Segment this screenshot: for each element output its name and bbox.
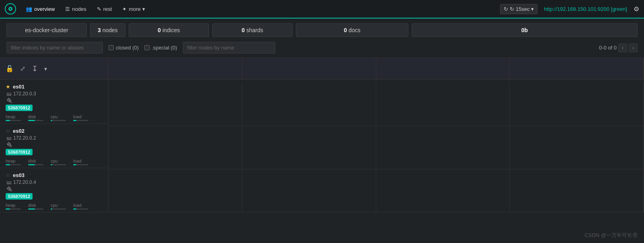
nodes-label: nodes xyxy=(103,27,118,33)
db-icon: 🖴 xyxy=(6,135,11,141)
app-logo[interactable] xyxy=(5,3,16,14)
metric-heap: heap xyxy=(6,114,21,121)
settings-button[interactable]: ⚙ xyxy=(634,5,639,13)
index-cell-2-1 xyxy=(109,126,242,169)
closed-checkbox[interactable] xyxy=(109,45,114,50)
pagination-prev-button[interactable]: ‹ xyxy=(618,43,627,52)
index-col-header-1 xyxy=(109,58,242,80)
pagination-next-button[interactable]: › xyxy=(629,43,638,52)
node-star-icon[interactable]: ☆ xyxy=(6,172,10,178)
node-id-badge-container: 536870912 xyxy=(6,149,103,157)
metric-disk-bar-fill xyxy=(28,120,35,121)
node-id-badge: 536870912 xyxy=(6,149,33,155)
metric-load-bar-bg xyxy=(73,208,88,210)
metric-heap: heap xyxy=(6,159,21,165)
node-ip: 172.20.0.2 xyxy=(13,135,36,141)
plug-icon: 🔌 xyxy=(6,142,12,148)
node-name-row: ☆ es02 xyxy=(6,128,103,134)
index-cell-3-1 xyxy=(109,169,242,213)
refresh-button[interactable]: ↻ ↻ 15sec ▾ xyxy=(500,4,537,14)
metric-disk-bar-fill xyxy=(28,208,35,210)
svg-point-2 xyxy=(10,8,11,10)
node-row: ☆ es03 🖴 172.20.0.4 🔌 536870912 heap xyxy=(0,168,108,212)
node-star-icon[interactable]: ☆ xyxy=(6,128,10,134)
node-name-label: es03 xyxy=(13,172,25,178)
sort-az-icon[interactable]: ↧ xyxy=(32,64,38,73)
nav-nodes[interactable]: ☰ nodes xyxy=(61,4,90,14)
refresh-icon: ↻ xyxy=(504,6,508,12)
metric-load-bar-fill xyxy=(73,164,76,165)
special-checkbox[interactable] xyxy=(144,45,150,50)
size-card: 0b xyxy=(412,23,638,37)
plug-icon: 🔌 xyxy=(6,186,12,192)
summary-bar: es-docker-cluster 3 nodes 0 indices 0 sh… xyxy=(0,19,644,42)
index-cell-2-2 xyxy=(242,126,376,169)
expand-icon[interactable]: ⤢ xyxy=(20,65,25,72)
metric-cpu: cpu xyxy=(51,114,66,121)
indices-label: indices xyxy=(162,27,180,33)
node-column: 🔓 ⤢ ↧ ▾ ★ es01 🖴 172.20.0.3 🔌 536870912 xyxy=(0,58,109,212)
size-value: 0b xyxy=(521,27,528,33)
index-cell-3-2 xyxy=(242,169,376,213)
cluster-url: http://192.168.150.101:9200 [green] xyxy=(544,6,627,12)
nav-left: 👥 overview ☰ nodes ✎ rest ✦ more ▾ xyxy=(5,3,500,14)
shards-card: 0 shards xyxy=(212,23,293,37)
metric-heap: heap xyxy=(6,203,21,210)
node-plug-row: 🔌 xyxy=(6,98,103,103)
metric-disk-label: disk xyxy=(28,159,36,163)
lock-icon[interactable]: 🔓 xyxy=(6,65,14,72)
metric-heap-bar-fill xyxy=(6,208,10,210)
metric-cpu-bar-bg xyxy=(51,120,66,121)
metric-disk-bar-bg xyxy=(28,164,43,165)
closed-checkbox-label[interactable]: closed (0) xyxy=(109,45,139,51)
metric-disk-label: disk xyxy=(28,203,36,208)
index-cell-3-3 xyxy=(376,169,510,213)
nodes-filter-input[interactable] xyxy=(183,42,275,54)
nav-more[interactable]: ✦ more ▾ xyxy=(118,4,149,14)
node-name-row: ★ es01 xyxy=(6,84,103,90)
top-navigation: 👥 overview ☰ nodes ✎ rest ✦ more ▾ ↻ ↻ 1… xyxy=(0,0,644,19)
cluster-name-value: es-docker-cluster xyxy=(25,27,68,33)
main-table: 🔓 ⤢ ↧ ▾ ★ es01 🖴 172.20.0.3 🔌 536870912 xyxy=(0,58,644,212)
metric-load-label: load xyxy=(73,203,82,208)
metric-heap-bar-bg xyxy=(6,208,21,210)
node-ip-row: 🖴 172.20.0.3 xyxy=(6,91,103,97)
pagination-info: 0-0 of 0 ‹ › xyxy=(599,43,638,52)
node-plug-row: 🔌 xyxy=(6,186,103,192)
index-columns xyxy=(109,58,644,212)
node-star-icon[interactable]: ★ xyxy=(6,84,10,90)
special-label: .special (0) xyxy=(152,45,177,51)
node-column-header: 🔓 ⤢ ↧ ▾ xyxy=(0,58,108,80)
metric-cpu-bar-fill xyxy=(51,164,52,165)
column-dropdown-icon[interactable]: ▾ xyxy=(44,66,47,72)
node-plug-row: 🔌 xyxy=(6,142,103,148)
db-icon: 🖴 xyxy=(6,179,11,185)
node-name-label: es02 xyxy=(13,128,25,134)
special-checkbox-label[interactable]: .special (0) xyxy=(144,45,177,51)
pagination-text: 0-0 of 0 xyxy=(599,45,617,51)
metric-cpu: cpu xyxy=(51,203,66,210)
nav-rest-label: rest xyxy=(103,6,112,12)
index-cell-3-4 xyxy=(510,169,644,213)
index-cell-2-3 xyxy=(376,126,510,169)
node-ip: 172.20.0.3 xyxy=(13,91,36,97)
nav-rest[interactable]: ✎ rest xyxy=(93,4,116,14)
indices-filter-input[interactable] xyxy=(6,42,103,54)
nodes-count: 3 xyxy=(98,27,101,33)
index-cell-1-4 xyxy=(510,83,644,126)
metric-heap-bar-bg xyxy=(6,164,21,165)
node-id-badge-container: 536870912 xyxy=(6,105,103,113)
db-icon: 🖴 xyxy=(6,91,11,97)
node-rows-container: ★ es01 🖴 172.20.0.3 🔌 536870912 heap xyxy=(0,80,108,212)
filter-bar: closed (0) .special (0) 0-0 of 0 ‹ › xyxy=(0,42,644,58)
metric-heap-bar-fill xyxy=(6,164,10,165)
nav-overview[interactable]: 👥 overview xyxy=(22,4,59,14)
metric-load: load xyxy=(73,114,88,121)
metric-cpu-label: cpu xyxy=(51,114,58,119)
node-id-badge: 536870912 xyxy=(6,105,33,111)
shards-count: 0 xyxy=(242,27,245,33)
plug-icon: 🔌 xyxy=(6,98,12,103)
nav-overview-label: overview xyxy=(34,6,55,12)
docs-count: 0 xyxy=(344,27,347,33)
metric-heap-label: heap xyxy=(6,159,15,163)
